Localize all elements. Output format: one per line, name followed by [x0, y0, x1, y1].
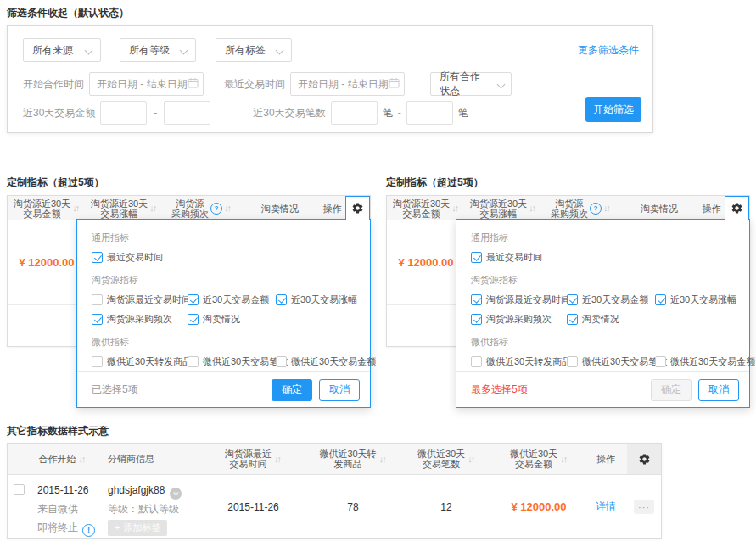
metric-checkbox-option[interactable]: 淘卖情况 — [188, 313, 276, 326]
cancel-button[interactable]: 取消 — [698, 379, 739, 401]
column-header[interactable]: 淘货源近30天 交易金额↓↑ — [8, 196, 86, 220]
coop-status-select[interactable]: 所有合作状态 — [430, 72, 512, 96]
metric-checkbox-option[interactable]: 近30天交易金额 — [567, 293, 655, 306]
checkbox-icon[interactable] — [471, 356, 482, 367]
metric-checkbox-option[interactable]: 淘货源最近交易时间 — [92, 293, 188, 306]
warning-icon[interactable]: ! — [82, 524, 95, 537]
cancel-button[interactable]: 取消 — [319, 379, 360, 401]
filter-panel: 所有来源 所有等级 所有标签 更多筛选条件 开始合作时间 开始日期 - 结束日期… — [7, 25, 653, 133]
column-header[interactable]: 淘货源近30天 交易涨幅↓↑ — [465, 196, 541, 220]
metric-checkbox-option[interactable]: 微供近30天转发商品 — [471, 355, 567, 368]
metric-checkbox-option[interactable]: 最近交易时间 — [471, 251, 567, 264]
checkbox-icon[interactable] — [471, 294, 482, 305]
detail-link[interactable]: 详情 — [596, 500, 616, 514]
column-header-label: 微供近30天 交易笔数 — [417, 449, 465, 469]
count-min-input[interactable] — [331, 101, 378, 125]
metric-options-grid: 最近交易时间 — [92, 251, 361, 264]
metric-checkbox-option[interactable]: 近30天交易金额 — [188, 293, 276, 306]
help-icon[interactable]: ? — [210, 203, 222, 215]
metric-checkbox-option[interactable]: 近30天交易涨幅 — [276, 293, 361, 306]
start-filter-button[interactable]: 开始筛选 — [585, 97, 641, 122]
metric-checkbox-option[interactable]: 最近交易时间 — [92, 251, 188, 264]
amount-max-input[interactable] — [164, 101, 210, 125]
column-header[interactable]: 淘货源 采购频次?↓↑ — [541, 196, 620, 220]
gear-icon — [638, 453, 651, 466]
help-icon[interactable]: ? — [590, 203, 602, 215]
checkbox-icon[interactable] — [188, 294, 199, 305]
metric-checkbox-option[interactable]: 微供近30天交易金额 — [655, 355, 755, 368]
sort-icon[interactable]: ↓↑ — [79, 455, 87, 464]
count-max-input[interactable] — [406, 101, 453, 125]
column-header[interactable]: 合作开始↓↑ — [31, 444, 94, 474]
settings-gear-button[interactable] — [725, 196, 749, 220]
column-header: 操作 — [319, 196, 345, 220]
amount-min-input[interactable] — [100, 101, 147, 125]
metric-checkbox-option[interactable]: 微供近30天交易笔数 — [567, 355, 655, 368]
sort-icon[interactable]: ↓↑ — [72, 204, 80, 213]
checkbox-icon[interactable] — [567, 356, 578, 367]
trade-date-range-input[interactable]: 开始日期 - 结束日期 — [290, 72, 405, 96]
confirm-button[interactable]: 确定 — [272, 379, 312, 401]
checkbox-icon[interactable] — [188, 356, 199, 367]
column-header[interactable]: 淘货源最近 交易时间↓↑ — [200, 444, 306, 474]
checkbox-icon[interactable] — [471, 252, 482, 263]
metric-checkbox-option[interactable]: 淘货源最近交易时间 — [471, 293, 567, 306]
metric-checkbox-option[interactable]: 淘货源采购频次 — [471, 313, 567, 326]
checkbox-icon[interactable] — [567, 314, 578, 325]
count-range-label: 近30天交易笔数 — [253, 106, 325, 120]
coop-start-cell: 2015-11-26 来自微供 即将终止! — [31, 475, 94, 539]
column-header[interactable]: 淘货源近30天 交易金额↓↑ — [387, 196, 465, 220]
selection-status-text: 最多选择5项 — [471, 382, 651, 397]
level-select[interactable]: 所有等级 — [120, 38, 196, 62]
settings-gear-button[interactable] — [345, 196, 370, 220]
checkbox-icon[interactable] — [471, 314, 482, 325]
column-header-label: 淘卖情况 — [261, 204, 299, 214]
sort-icon[interactable]: ↓↑ — [560, 455, 568, 464]
metric-checkbox-option[interactable]: 淘货源采购频次 — [92, 313, 188, 326]
column-header[interactable]: 微供近30天 交易金额↓↑ — [493, 444, 585, 474]
sort-icon[interactable]: ↓↑ — [468, 455, 475, 464]
count-unit: 笔 — [383, 106, 393, 120]
column-header-label: 淘货源 采购频次 — [551, 198, 588, 219]
checkbox-icon[interactable] — [92, 356, 103, 367]
sort-icon[interactable]: ↓↑ — [379, 455, 387, 464]
checkbox-icon[interactable] — [92, 252, 103, 263]
source-select[interactable]: 所有来源 — [23, 38, 101, 62]
checkbox-icon[interactable] — [92, 294, 103, 305]
metric-checkbox-option[interactable]: 淘卖情况 — [567, 313, 655, 326]
column-header[interactable]: 微供近30天 交易笔数↓↑ — [400, 444, 493, 474]
more-filters-link[interactable]: 更多筛选条件 — [578, 43, 639, 58]
tag-select[interactable]: 所有标签 — [216, 38, 292, 62]
sort-icon[interactable]: ↓↑ — [149, 204, 157, 213]
metric-checkbox-option[interactable]: 微供近30天交易金额 — [276, 355, 376, 368]
column-header[interactable]: 淘货源 采购频次?↓↑ — [162, 196, 241, 220]
more-actions-button[interactable]: ··· — [634, 500, 654, 514]
metric-checkbox-option[interactable]: 近30天交易涨幅 — [655, 293, 741, 306]
sort-icon[interactable]: ↓↑ — [451, 204, 459, 213]
metric-options-grid: 淘货源最近交易时间近30天交易金额近30天交易涨幅淘货源采购频次淘卖情况 — [92, 293, 361, 326]
column-header: 分销商信息 — [94, 444, 200, 474]
checkbox-icon[interactable] — [655, 294, 666, 305]
checkbox-icon[interactable] — [276, 356, 287, 367]
calendar-icon — [389, 77, 400, 88]
checkbox-icon[interactable] — [92, 314, 103, 325]
checkbox-icon[interactable] — [567, 294, 578, 305]
checkbox-icon[interactable] — [655, 356, 666, 367]
column-header[interactable]: 微供近30天转 发商品↓↑ — [306, 444, 400, 474]
checkbox-icon[interactable] — [276, 294, 287, 305]
row-checkbox[interactable] — [14, 484, 25, 495]
confirm-button[interactable]: 确定 — [651, 379, 692, 401]
settings-gear-button[interactable] — [627, 444, 661, 474]
column-header[interactable]: 淘货源近30天 交易涨幅↓↑ — [86, 196, 162, 220]
sort-icon[interactable]: ↓↑ — [274, 455, 282, 464]
sort-icon[interactable]: ↓↑ — [224, 204, 232, 213]
metric-checkbox-option[interactable]: 微供近30天交易笔数 — [188, 355, 276, 368]
coop-date-range-input[interactable]: 开始日期 - 结束日期 — [89, 72, 204, 96]
metric-checkbox-option[interactable]: 微供近30天转发商品 — [92, 355, 188, 368]
checkbox-column-header — [8, 444, 31, 474]
sort-icon[interactable]: ↓↑ — [529, 204, 536, 213]
sort-icon[interactable]: ↓↑ — [603, 204, 611, 213]
wangwang-badge-icon[interactable]: w — [170, 488, 182, 500]
checkbox-icon[interactable] — [188, 314, 199, 325]
add-tag-button[interactable]: 添加标签 — [108, 520, 167, 536]
